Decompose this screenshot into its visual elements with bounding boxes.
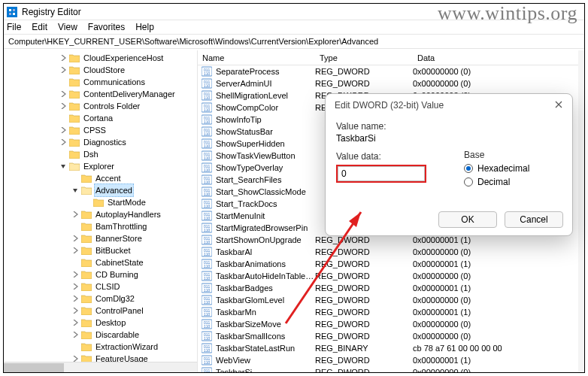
- radio-decimal[interactable]: Decimal: [464, 177, 562, 187]
- tree-node[interactable]: ExtractionWizard: [4, 341, 197, 353]
- columns-header[interactable]: Name Type Data: [198, 50, 584, 65]
- tree-horizontal-scrollbar[interactable]: [4, 362, 197, 372]
- tree-node[interactable]: Diagnostics: [4, 136, 197, 148]
- value-type: REG_DWORD: [315, 235, 413, 244]
- chevron-down-icon[interactable]: [58, 161, 68, 171]
- tree-node[interactable]: CloudStore: [4, 64, 197, 76]
- svg-text:110: 110: [204, 71, 211, 76]
- tree-node[interactable]: ComDlg32: [4, 293, 197, 305]
- tree-node[interactable]: Discardable: [4, 329, 197, 341]
- cancel-button[interactable]: Cancel: [505, 211, 563, 228]
- value-row[interactable]: 011110TaskbarBadgesREG_DWORD0x00000001 (…: [198, 282, 584, 294]
- chevron-right-icon[interactable]: [70, 305, 80, 316]
- menu-edit[interactable]: Edit: [32, 22, 47, 32]
- folder-icon: [81, 186, 92, 195]
- column-type[interactable]: Type: [315, 53, 413, 62]
- chevron-right-icon[interactable]: [58, 137, 68, 147]
- value-name: WebView: [216, 356, 315, 365]
- value-row[interactable]: 011110TaskbarSiREG_DWORD0x00000000 (0): [198, 366, 584, 372]
- value-row[interactable]: 011110TaskbarAlREG_DWORD0x00000000 (0): [198, 246, 584, 258]
- chevron-right-icon[interactable]: [70, 293, 80, 304]
- value-row[interactable]: 011110TaskbarStateLastRunREG_BINARYcb 78…: [198, 342, 584, 354]
- chevron-right-icon[interactable]: [70, 281, 80, 292]
- value-data: 0x00000000 (0): [413, 332, 584, 341]
- chevron-right-icon[interactable]: [70, 209, 80, 220]
- chevron-right-icon[interactable]: [58, 53, 68, 63]
- value-name: ShowCompColor: [216, 103, 315, 112]
- folder-icon: [69, 138, 80, 147]
- tree-node[interactable]: BitBucket: [4, 244, 197, 256]
- tree-node[interactable]: ContentDeliveryManager: [4, 88, 197, 100]
- chevron-right-icon[interactable]: [70, 269, 80, 280]
- reg-value-icon: 011110: [201, 78, 213, 89]
- column-name[interactable]: Name: [198, 53, 315, 62]
- regedit-icon: [7, 7, 17, 17]
- tree-node[interactable]: AutoplayHandlers: [4, 208, 197, 220]
- chevron-right-icon[interactable]: [70, 317, 80, 328]
- value-row[interactable]: 011110TaskbarMnREG_DWORD0x00000001 (1): [198, 306, 584, 318]
- reg-value-icon: 011110: [201, 331, 213, 341]
- value-name: TaskbarBadges: [216, 284, 315, 293]
- menu-help[interactable]: Help: [135, 22, 154, 32]
- value-row[interactable]: 011110TaskbarSizeMoveREG_DWORD0x00000000…: [198, 318, 584, 330]
- value-row[interactable]: 011110WebViewREG_DWORD0x00000001 (1): [198, 354, 584, 366]
- edit-dword-dialog: Edit DWORD (32-bit) Value Value name: Ta…: [325, 93, 573, 236]
- tree-node[interactable]: Communications: [4, 76, 197, 88]
- value-row[interactable]: 011110SeparateProcessREG_DWORD0x00000000…: [198, 65, 584, 77]
- chevron-right-icon[interactable]: [58, 65, 68, 75]
- menu-file[interactable]: File: [7, 22, 21, 32]
- folder-icon: [69, 102, 80, 111]
- value-row[interactable]: 011110TaskbarAutoHideInTabletModeREG_DWO…: [198, 270, 584, 282]
- svg-text:110: 110: [204, 156, 211, 160]
- chevron-right-icon[interactable]: [70, 329, 80, 340]
- value-data: 0x00000000 (0): [413, 67, 584, 76]
- values-vertical-scrollbar[interactable]: [578, 50, 584, 372]
- chevron-right-icon[interactable]: [70, 245, 80, 256]
- tree-node-label: ControlPanel: [94, 305, 145, 317]
- scrollbar-thumb[interactable]: [4, 363, 64, 372]
- chevron-right-icon[interactable]: [58, 89, 68, 99]
- tree-node[interactable]: BamThrottling: [4, 220, 197, 232]
- tree-node[interactable]: Cortana: [4, 112, 197, 124]
- menu-favorites[interactable]: Favorites: [88, 22, 125, 32]
- tree-node[interactable]: StartMode: [4, 196, 197, 208]
- reg-value-icon: 011110: [201, 355, 213, 365]
- value-row[interactable]: 011110TaskbarGlomLevelREG_DWORD0x0000000…: [198, 294, 584, 306]
- tree-node[interactable]: CabinetState: [4, 256, 197, 268]
- tree-node[interactable]: CPSS: [4, 124, 197, 136]
- tree-node-label: Communications: [82, 76, 147, 88]
- reg-value-icon: 011110: [201, 271, 213, 281]
- value-row[interactable]: 011110TaskbarSmallIconsREG_DWORD0x000000…: [198, 330, 584, 342]
- value-row[interactable]: 011110TaskbarAnimationsREG_DWORD0x000000…: [198, 258, 584, 270]
- tree-node[interactable]: CD Burning: [4, 268, 197, 280]
- tree-node[interactable]: CLSID: [4, 280, 197, 293]
- value-data: 0x00000001 (1): [413, 308, 584, 317]
- chevron-right-icon[interactable]: [58, 101, 68, 111]
- ok-button[interactable]: OK: [438, 211, 497, 228]
- tree-node[interactable]: Explorer: [4, 160, 197, 172]
- tree-node[interactable]: Dsh: [4, 148, 197, 160]
- dialog-close-button[interactable]: [551, 97, 566, 112]
- menu-view[interactable]: View: [58, 22, 77, 32]
- radio-dec-label: Decimal: [477, 177, 510, 187]
- value-data-input[interactable]: [338, 166, 425, 181]
- value-row[interactable]: 011110ServerAdminUIREG_DWORD0x00000000 (…: [198, 77, 584, 89]
- chevron-right-icon[interactable]: [70, 233, 80, 244]
- tree-node[interactable]: Accent: [4, 172, 197, 184]
- address-bar[interactable]: Computer\HKEY_CURRENT_USER\Software\Micr…: [4, 34, 584, 49]
- tree-node[interactable]: ControlPanel: [4, 305, 197, 317]
- tree-node[interactable]: BannerStore: [4, 232, 197, 244]
- tree-node[interactable]: Desktop: [4, 317, 197, 329]
- column-data[interactable]: Data: [413, 53, 584, 62]
- tree-node[interactable]: CloudExperienceHost: [4, 52, 197, 64]
- tree-node[interactable]: Controls Folder: [4, 100, 197, 112]
- tree-node[interactable]: Advanced: [4, 184, 197, 196]
- folder-icon: [81, 222, 92, 231]
- value-name: TaskbarMn: [216, 308, 315, 317]
- value-data: cb 78 a7 61 00 00 00 00: [413, 344, 584, 353]
- chevron-right-icon[interactable]: [58, 125, 68, 135]
- chevron-down-icon[interactable]: [70, 185, 80, 196]
- tree-pane[interactable]: CloudExperienceHostCloudStoreCommunicati…: [4, 50, 198, 372]
- radio-hexadecimal[interactable]: Hexadecimal: [464, 163, 562, 174]
- value-data: 0x00000000 (0): [413, 368, 584, 372]
